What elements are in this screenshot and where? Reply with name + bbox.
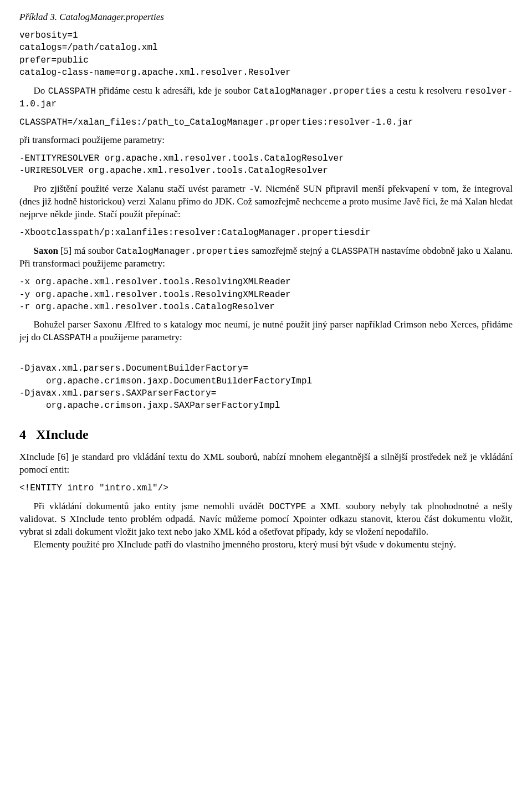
paragraph-transform-params: při transformaci použijeme parametry: <box>19 134 513 147</box>
code-line: -Djavax.xml.parsers.SAXParserFactory= <box>19 388 216 398</box>
example-caption: Příklad 3. CatalogManager.properties <box>19 11 513 24</box>
code-block-resolver-params: -ENTITYRESOLVER org.apache.xml.resolver.… <box>19 152 513 177</box>
text: Při vkládání dokumentů jako entity jsme … <box>34 501 269 511</box>
code-line: -Djavax.xml.parsers.DocumentBuilderFacto… <box>19 363 248 373</box>
paragraph-xinclude-intro: XInclude [6] je standard pro vkládání te… <box>19 451 513 477</box>
paragraph-saxon: Saxon [5] má soubor CatalogManager.prope… <box>19 245 513 271</box>
paragraph-xinclude-namespace: Elementy použité pro XInclude patří do v… <box>19 539 513 551</box>
section-title: XInclude <box>36 427 89 442</box>
text: Pro zjištění použité verze Xalanu stačí … <box>34 183 249 194</box>
code-block-saxon-params: -x org.apache.xml.resolver.tools.Resolvi… <box>19 276 513 313</box>
inline-code: CatalogManager.properties <box>116 247 249 257</box>
paragraph-doctype: Při vkládání dokumentů jako entity jsme … <box>19 500 513 539</box>
inline-code: CLASSPATH <box>43 333 91 343</box>
text: samozřejmě stejný a <box>249 245 331 256</box>
inline-code: CLASSPATH <box>48 86 96 96</box>
text: [5] má soubor <box>58 245 116 256</box>
code-block-catalogmanager: verbosity=1 catalogs=/path/catalog.xml p… <box>19 29 513 79</box>
paragraph-classpath: Do CLASSPATH přidáme cestu k adresáři, k… <box>19 85 513 111</box>
text: a použijeme parametry: <box>91 332 182 342</box>
inline-code: DOCTYPE <box>269 502 306 512</box>
inline-code: CatalogManager.properties <box>253 86 386 96</box>
inline-code: -V <box>249 185 259 194</box>
paragraph-aelfred: Bohužel parser Saxonu Ælfred to s katalo… <box>19 319 513 345</box>
text: a cestu k resolveru <box>386 85 464 96</box>
code-block-jaxp-factories: -Djavax.xml.parsers.DocumentBuilderFacto… <box>19 350 513 412</box>
code-block-entity: <!ENTITY intro "intro.xml"/> <box>19 482 513 494</box>
inline-code: CLASSPATH <box>331 247 379 257</box>
code-line: org.apache.crimson.jaxp.DocumentBuilderF… <box>19 376 312 386</box>
text: přidáme cestu k adresáři, kde je soubor <box>96 85 253 96</box>
paragraph-xalan-version: Pro zjištění použité verze Xalanu stačí … <box>19 183 513 221</box>
section-heading-xinclude: 4 XInclude <box>19 426 513 443</box>
bold-saxon: Saxon <box>34 245 58 256</box>
code-block-classpath-assign: CLASSPATH=/xalan_files:/path_to_CatalogM… <box>19 116 513 129</box>
section-number: 4 <box>19 427 26 442</box>
code-line: org.apache.crimson.jaxp.SAXParserFactory… <box>19 401 280 411</box>
code-block-xbootclasspath: -Xbootclasspath/p:xalanfiles:resolver:Ca… <box>19 227 513 239</box>
text: Do <box>34 85 48 96</box>
